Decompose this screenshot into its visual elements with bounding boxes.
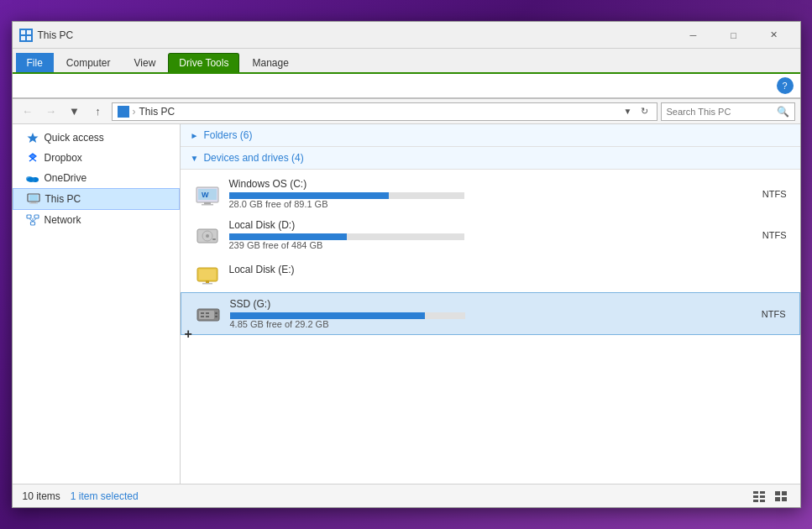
svg-rect-13 [29, 203, 38, 204]
drive-info-c: Windows OS (C:) 28.0 GB free of 89.1 GB [229, 178, 711, 209]
window-icon [19, 29, 33, 42]
large-icons-view-button[interactable] [772, 488, 790, 505]
drive-icon-d [194, 222, 221, 249]
drive-icon-e [194, 260, 221, 287]
sidebar-item-quick-access[interactable]: Quick access [13, 128, 180, 148]
drive-info-g: SSD (G:) 4.85 GB free of 29.2 GB [230, 298, 710, 329]
file-explorer-window: This PC ─ □ ✕ File Computer View Drive T… [12, 21, 801, 508]
ribbon: File Computer View Drive Tools Manage ? [13, 49, 800, 99]
status-view-controls [750, 488, 790, 505]
drive-fs-d: NTFS [720, 230, 787, 240]
tab-view[interactable]: View [123, 53, 167, 72]
drive-fs-c: NTFS [720, 189, 787, 199]
drive-name-c: Windows OS (C:) [229, 178, 711, 190]
drive-item-d[interactable]: Local Disk (D:) 239 GB free of 484 GB NT… [181, 214, 800, 255]
window-title: This PC [38, 29, 674, 41]
maximize-button[interactable]: □ [715, 22, 753, 49]
drive-space-g: 4.85 GB free of 29.2 GB [230, 319, 710, 329]
up-button[interactable]: ↑ [88, 102, 108, 122]
refresh-button[interactable]: ↻ [638, 102, 652, 122]
content-area: ► Folders (6) ▼ Devices and drives (4) [181, 124, 800, 484]
svg-point-9 [26, 176, 33, 181]
sidebar-label-network: Network [45, 214, 81, 226]
ribbon-content: ? [13, 72, 800, 98]
tab-manage[interactable]: Manage [241, 53, 299, 72]
drives-header-label: Devices and drives (4) [203, 152, 303, 164]
drive-fs-g: NTFS [719, 309, 786, 319]
drive-item-g[interactable]: SSD (G:) 4.85 GB free of 29.2 GB NTFS [181, 292, 800, 335]
svg-rect-44 [753, 495, 758, 498]
svg-rect-23 [202, 204, 213, 206]
svg-rect-31 [199, 270, 216, 280]
dropbox-icon [26, 151, 39, 165]
drive-item-c[interactable]: W Windows OS (C:) 28.0 GB free of 89.1 G… [181, 173, 800, 214]
drive-space-c: 28.0 GB free of 89.1 GB [229, 199, 711, 209]
toolbar: ← → ▼ ↑ › This PC ▼ ↻ 🔍 [13, 99, 800, 124]
sidebar-item-network[interactable]: Network [13, 210, 180, 230]
onedrive-icon [26, 171, 39, 185]
sidebar: Quick access Dropbox OneDrive [13, 124, 181, 484]
tab-computer[interactable]: Computer [55, 53, 122, 72]
svg-rect-51 [782, 497, 787, 501]
svg-marker-6 [29, 154, 36, 159]
help-button[interactable]: ? [777, 77, 794, 94]
drive-fill-c [229, 192, 389, 199]
back-button[interactable]: ← [18, 102, 38, 122]
breadcrumb-bar[interactable]: › This PC ▼ ↻ [112, 102, 657, 121]
tab-file[interactable]: File [16, 53, 54, 72]
forward-button[interactable]: → [41, 102, 61, 122]
search-bar[interactable]: 🔍 [661, 102, 795, 121]
tab-drive-tools[interactable]: Drive Tools [168, 53, 239, 72]
svg-rect-49 [782, 491, 787, 495]
drive-item-e[interactable]: Local Disk (E:) [181, 255, 800, 292]
folders-chevron: ► [191, 131, 199, 140]
recent-locations-button[interactable]: ▼ [65, 102, 85, 122]
svg-rect-47 [760, 500, 765, 502]
svg-rect-36 [215, 312, 217, 314]
sidebar-label-this-pc: This PC [45, 193, 81, 205]
drives-section-header[interactable]: ▼ Devices and drives (4) [181, 147, 800, 170]
drive-name-g: SSD (G:) [230, 298, 710, 310]
drive-bar-d [229, 233, 464, 240]
svg-rect-14 [27, 215, 31, 218]
item-count: 10 items [23, 490, 60, 502]
svg-rect-22 [204, 202, 211, 204]
svg-rect-1 [27, 30, 31, 34]
breadcrumb-separator: › [133, 106, 136, 118]
drive-name-d: Local Disk (D:) [229, 219, 711, 231]
content-wrapper: ► Folders (6) ▼ Devices and drives (4) [181, 124, 800, 338]
sidebar-item-dropbox[interactable]: Dropbox [13, 148, 180, 168]
search-icon[interactable]: 🔍 [777, 106, 789, 118]
sidebar-item-this-pc[interactable]: This PC [13, 188, 180, 210]
minimize-button[interactable]: ─ [674, 22, 713, 49]
sidebar-label-onedrive: OneDrive [45, 172, 87, 184]
ribbon-tab-list: File Computer View Drive Tools Manage [13, 49, 800, 72]
breadcrumb-path: This PC [139, 106, 175, 118]
drive-list: W Windows OS (C:) 28.0 GB free of 89.1 G… [181, 170, 800, 338]
sidebar-label-dropbox: Dropbox [45, 152, 82, 164]
close-button[interactable]: ✕ [755, 22, 794, 49]
svg-text:W: W [202, 191, 209, 199]
svg-rect-42 [753, 491, 758, 494]
drive-fill-d [229, 233, 347, 240]
cursor-plus: + [185, 327, 192, 342]
svg-rect-32 [206, 280, 209, 283]
drive-icon-g [195, 301, 222, 327]
svg-rect-15 [34, 215, 39, 218]
svg-rect-37 [215, 316, 217, 317]
sidebar-label-quick-access: Quick access [45, 132, 104, 144]
folders-section-header[interactable]: ► Folders (6) [181, 124, 800, 147]
svg-rect-12 [31, 202, 36, 203]
svg-rect-0 [21, 30, 25, 34]
main-area: Quick access Dropbox OneDrive [13, 124, 800, 484]
svg-rect-45 [760, 495, 765, 498]
folders-header-label: Folders (6) [203, 129, 252, 141]
search-input[interactable] [667, 107, 773, 117]
status-bar: 10 items 1 item selected [13, 484, 800, 507]
breadcrumb-dropdown[interactable]: ▼ [621, 102, 635, 122]
svg-line-18 [29, 218, 33, 222]
details-view-button[interactable] [750, 488, 768, 505]
sidebar-item-onedrive[interactable]: OneDrive [13, 168, 180, 188]
svg-line-19 [33, 218, 37, 222]
drive-fill-g [230, 312, 425, 319]
